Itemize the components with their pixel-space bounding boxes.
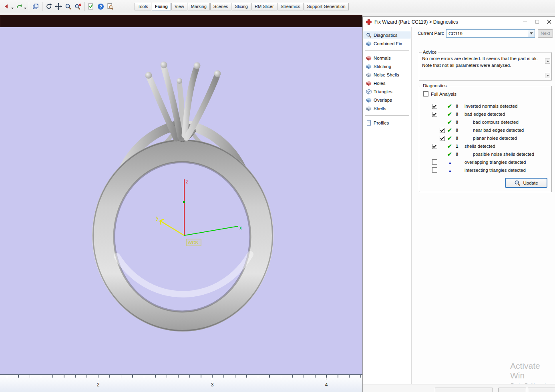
sidebar-item-combined-fix[interactable]: Combined Fix xyxy=(363,39,411,48)
tab-scenes[interactable]: Scenes xyxy=(210,3,231,10)
row-checkbox[interactable] xyxy=(432,112,437,117)
ruler-minor-ticks xyxy=(0,375,362,378)
update-button[interactable]: Update xyxy=(505,178,547,188)
page-search-icon xyxy=(107,3,114,10)
row-checkbox[interactable] xyxy=(440,136,445,141)
ruler-label: 2 xyxy=(93,382,103,388)
sidebar-item-triangles[interactable]: Triangles xyxy=(363,87,411,96)
ruler-tick xyxy=(326,375,326,380)
tab-support-generation[interactable]: Support Generation xyxy=(304,3,349,10)
pan-view-button[interactable] xyxy=(54,1,63,12)
tab-slicing[interactable]: Slicing xyxy=(232,3,251,10)
bottom-button[interactable] xyxy=(498,388,526,392)
wizard-sidebar: Diagnostics Combined Fix Normals Stitchi… xyxy=(363,27,412,392)
watermark-line1: Activate Win xyxy=(510,361,555,380)
sidebar-item-profiles[interactable]: Profiles xyxy=(363,119,411,127)
status-ok-icon: ✔ xyxy=(447,127,456,133)
search-help-button[interactable] xyxy=(105,1,115,12)
rotate-view-button[interactable] xyxy=(44,1,54,12)
diagnostics-icon xyxy=(366,32,372,38)
3d-viewport[interactable]: z x y WCS xyxy=(0,27,362,374)
tab-tools[interactable]: Tools xyxy=(135,3,151,10)
minimize-button[interactable] xyxy=(519,17,531,27)
toolbar-separator xyxy=(84,2,84,11)
scroll-down-button[interactable] xyxy=(545,73,550,78)
row-checkbox[interactable] xyxy=(432,144,437,149)
sidebar-item-holes[interactable]: Holes xyxy=(363,79,411,87)
tab-rm-slicer[interactable]: RM Slicer xyxy=(251,3,277,10)
x-axis xyxy=(184,226,238,235)
tab-marking[interactable]: Marking xyxy=(188,3,210,10)
status-ok-icon: ✔ xyxy=(447,151,456,157)
scroll-up-button[interactable] xyxy=(545,58,550,64)
svg-text:?: ? xyxy=(99,4,102,9)
sidebar-separator xyxy=(365,50,409,51)
maximize-button[interactable] xyxy=(531,17,543,27)
toolbar-separator xyxy=(42,2,42,11)
current-part-select[interactable]: CC119 xyxy=(446,29,535,38)
ring-model[interactable]: z x y WCS xyxy=(0,27,362,374)
sidebar-item-label: Stitching xyxy=(374,64,391,69)
full-analysis-label: Full Analysis xyxy=(431,92,456,96)
combined-fix-icon xyxy=(366,41,372,46)
status-ok-icon: ✔ xyxy=(447,111,456,117)
close-button[interactable] xyxy=(543,17,555,27)
advice-legend: Advice xyxy=(422,50,438,54)
next-button[interactable]: Next xyxy=(538,29,553,38)
redo-dropdown-icon[interactable] xyxy=(24,8,26,9)
diagnostics-groupbox: Diagnostics Full Analysis ✔ 0 inverted n… xyxy=(419,83,552,192)
redo-icon xyxy=(16,3,22,10)
status-ok-icon: ✔ xyxy=(447,119,456,125)
ruler-label: 3 xyxy=(207,382,217,388)
noise-shells-icon xyxy=(366,72,372,78)
sidebar-item-shells[interactable]: Shells xyxy=(363,104,411,113)
verify-part-button[interactable] xyxy=(86,1,96,12)
diagnostic-row: ✔ 0 possible noise shells detected xyxy=(419,150,551,158)
advice-text: No more errors are detected. It seems th… xyxy=(419,54,551,68)
show-part-button[interactable] xyxy=(31,1,40,12)
diagnostic-row: ✔ 0 bad edges detected xyxy=(419,110,551,118)
sidebar-item-noise-shells[interactable]: Noise Shells xyxy=(363,70,411,79)
tab-streamics[interactable]: Streamics xyxy=(278,3,304,10)
sidebar-item-stitching[interactable]: Stitching xyxy=(363,62,411,70)
tab-fixing[interactable]: Fixing xyxy=(152,3,171,10)
sidebar-item-normals[interactable]: Normals xyxy=(363,54,411,62)
tab-view[interactable]: View xyxy=(171,3,187,10)
error-count: 0 xyxy=(456,136,465,141)
error-count: 1 xyxy=(456,144,465,149)
error-count: 0 xyxy=(456,152,465,157)
unzoom-button[interactable] xyxy=(73,1,82,12)
diagnostic-results: ✔ 0 inverted normals detected ✔ 0 bad ed… xyxy=(419,102,551,174)
dialog-bottom-bar xyxy=(363,384,555,392)
redo-button[interactable] xyxy=(14,1,24,12)
sidebar-item-label: Overlaps xyxy=(374,98,392,103)
undo-button[interactable] xyxy=(2,1,11,12)
row-checkbox[interactable] xyxy=(440,128,445,133)
checklist-icon xyxy=(87,3,95,10)
row-checkbox[interactable] xyxy=(432,159,437,165)
status-ok-icon: ✔ xyxy=(447,143,456,149)
triangles-icon xyxy=(366,89,372,94)
undo-dropdown-icon[interactable] xyxy=(11,8,14,9)
dialog-titlebar[interactable]: Fix Wizard (Part: CC119) > Diagnostics xyxy=(363,17,555,27)
bottom-button[interactable] xyxy=(528,388,555,392)
row-checkbox[interactable] xyxy=(432,104,437,109)
cube-icon xyxy=(32,3,39,10)
full-analysis-checkbox[interactable] xyxy=(423,91,428,96)
minimize-icon xyxy=(523,22,527,22)
zoom-button[interactable] xyxy=(63,1,73,12)
diagnostic-label: intersecting triangles detected xyxy=(465,168,526,173)
app-toolbar: ? Tools Fixing View Marking Scenes Slici… xyxy=(0,0,555,13)
sidebar-item-diagnostics[interactable]: Diagnostics xyxy=(363,31,411,39)
ribbon-tabs: Tools Fixing View Marking Scenes Slicing… xyxy=(135,3,349,10)
prong-tip xyxy=(214,70,221,77)
bottom-action-button[interactable] xyxy=(435,388,493,392)
sidebar-item-label: Normals xyxy=(374,56,391,60)
sidebar-item-overlaps[interactable]: Overlaps xyxy=(363,96,411,104)
current-part-label: Current Part: xyxy=(418,31,444,36)
overlaps-icon xyxy=(366,97,372,103)
help-button[interactable]: ? xyxy=(96,1,105,12)
row-checkbox[interactable] xyxy=(432,167,437,173)
z-axis-label: z xyxy=(186,179,188,185)
chevron-down-icon[interactable] xyxy=(528,30,535,37)
